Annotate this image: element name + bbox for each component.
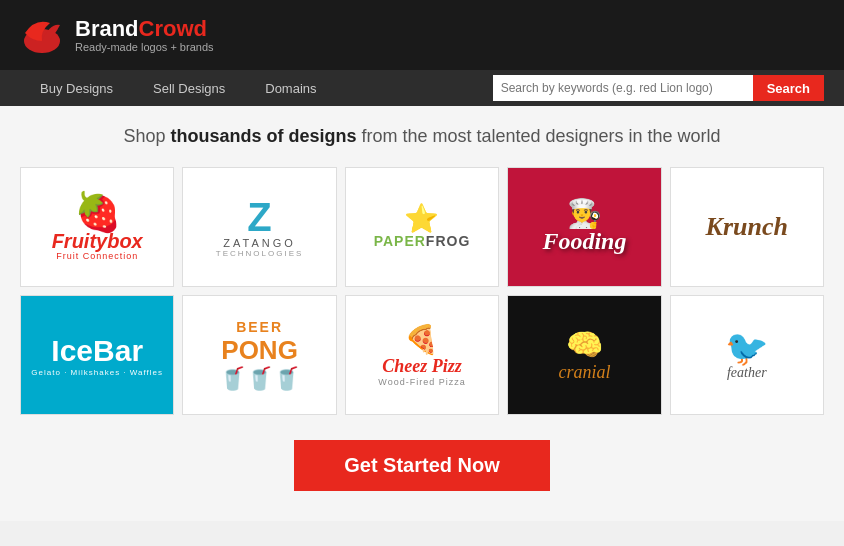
logo-tile-beerpong[interactable]: BEER PONG 🥤🥤🥤 <box>182 295 336 415</box>
main-content: Shop thousands of designs from the most … <box>0 106 844 521</box>
fooding-hat-icon: 👨‍🍳 <box>542 200 626 228</box>
logo-tile-krunch[interactable]: Krunch <box>670 167 824 287</box>
cranial-text: cranial <box>558 362 610 383</box>
logo-tile-zatango[interactable]: Z ZATANGO TECHNOLOGIES <box>182 167 336 287</box>
tagline-end: from the most talented designers in the … <box>356 126 720 146</box>
cta-container: Get Started Now <box>20 440 824 491</box>
zatango-text: ZATANGO <box>216 237 304 249</box>
zatango-sub: TECHNOLOGIES <box>216 249 304 258</box>
logo-tile-icebar[interactable]: IceBar Gelato · Milkshakes · Waffles <box>20 295 174 415</box>
icebar-sub-text: Gelato · Milkshakes · Waffles <box>31 368 163 377</box>
paperfrog-name: PAPERFROG <box>374 233 471 249</box>
search-input[interactable] <box>493 75 753 101</box>
feather-text: feather <box>725 365 769 381</box>
get-started-button[interactable]: Get Started Now <box>294 440 550 491</box>
nav-buy-designs[interactable]: Buy Designs <box>20 70 133 106</box>
beerpong-beer-text: BEER <box>219 319 300 335</box>
logo-area[interactable]: BrandCrowd Ready-made logos + brands <box>20 13 214 58</box>
paperfrog-frog-icon: ⭐ <box>374 205 471 233</box>
nav-sell-designs[interactable]: Sell Designs <box>133 70 245 106</box>
beerpong-pong-text: PONG <box>219 335 300 366</box>
cheezpizz-pizza-icon: 🍕 <box>378 323 465 356</box>
brand-black: Brand <box>75 16 139 41</box>
search-button[interactable]: Search <box>753 75 824 101</box>
search-form: Search <box>493 75 824 101</box>
fooding-text: Fooding <box>542 228 626 255</box>
logo-tile-paperfrog[interactable]: ⭐ PAPERFROG <box>345 167 499 287</box>
brand-red: Crowd <box>139 16 207 41</box>
tagline-bold: thousands of designs <box>170 126 356 146</box>
cranial-brain-icon: 🧠 <box>558 327 610 362</box>
fruitybox-text: Fruitybox <box>52 231 143 251</box>
nav-domains[interactable]: Domains <box>245 70 336 106</box>
header: BrandCrowd Ready-made logos + brands <box>0 0 844 70</box>
logo-tile-fruitybox[interactable]: 🍓 Fruitybox Fruit Connection <box>20 167 174 287</box>
logo-tile-feather[interactable]: 🐦 feather <box>670 295 824 415</box>
logo-tile-cheezpizz[interactable]: 🍕 Cheez Pizz Wood-Fired Pizza <box>345 295 499 415</box>
fruitybox-strawberry-icon: 🍓 <box>52 193 143 231</box>
beerpong-cups-icon: 🥤🥤🥤 <box>219 366 300 392</box>
tagline: Shop thousands of designs from the most … <box>20 126 824 147</box>
brand-logo-icon <box>20 13 65 58</box>
logo-grid: 🍓 Fruitybox Fruit Connection Z ZATANGO T… <box>20 167 824 415</box>
tagline-start: Shop <box>123 126 170 146</box>
logo-tile-fooding[interactable]: 👨‍🍳 Fooding <box>507 167 661 287</box>
logo-brand-text: BrandCrowd <box>75 17 214 41</box>
logo-tile-cranial[interactable]: 🧠 cranial <box>507 295 661 415</box>
logo-tagline: Ready-made logos + brands <box>75 41 214 53</box>
navbar: Buy Designs Sell Designs Domains Search <box>0 70 844 106</box>
icebar-main-text: IceBar <box>31 334 163 368</box>
cheezpizz-sub-text: Wood-Fired Pizza <box>378 377 465 387</box>
krunch-text: Krunch <box>706 212 788 242</box>
logo-text: BrandCrowd Ready-made logos + brands <box>75 17 214 53</box>
cheezpizz-text: Cheez Pizz <box>378 356 465 377</box>
feather-bird-icon: 🐦 <box>725 330 769 365</box>
zatango-z-icon: Z <box>216 197 304 237</box>
fruitybox-sub: Fruit Connection <box>52 251 143 261</box>
